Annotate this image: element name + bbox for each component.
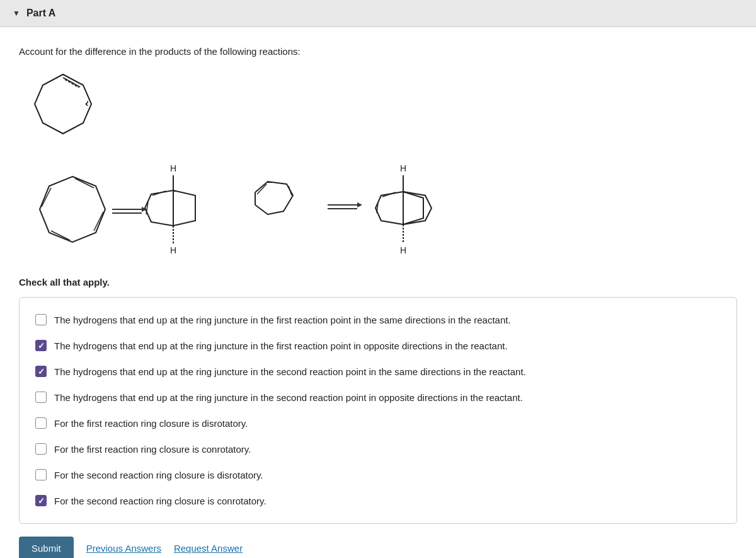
- reaction-diagram: [32, 69, 737, 139]
- option-label-2: The hydrogens that end up at the ring ju…: [54, 339, 508, 352]
- checkbox-2[interactable]: [35, 340, 48, 352]
- option-item-7: For the second reaction ring closure is …: [32, 462, 724, 488]
- checkbox-5[interactable]: [35, 417, 48, 430]
- part-title: Part A: [26, 8, 56, 19]
- svg-marker-31: [375, 192, 403, 224]
- svg-text:H: H: [170, 245, 176, 255]
- option-item-5: For the first reaction ring closure is d…: [32, 410, 724, 436]
- option-item-2: The hydrogens that end up at the ring ju…: [32, 333, 724, 359]
- checkbox-4[interactable]: [35, 392, 48, 404]
- reaction-svg: H H: [25, 158, 504, 259]
- svg-marker-0: [35, 74, 91, 134]
- svg-text:H: H: [400, 245, 406, 255]
- collapse-arrow[interactable]: ▼: [13, 9, 20, 18]
- options-box: The hydrogens that end up at the ring ju…: [19, 297, 737, 524]
- checkbox-3[interactable]: [35, 366, 48, 378]
- request-answer-link[interactable]: Request Answer: [174, 543, 243, 554]
- footer-bar: Submit Previous Answers Request Answer: [19, 537, 737, 558]
- checkbox-1[interactable]: [35, 314, 48, 327]
- option-label-7: For the second reaction ring closure is …: [54, 468, 263, 482]
- option-label-3: The hydrogens that end up at the ring ju…: [54, 365, 526, 378]
- svg-marker-5: [40, 177, 105, 242]
- svg-marker-20: [173, 190, 195, 226]
- option-item-8: For the second reaction ring closure is …: [32, 488, 724, 514]
- svg-line-3: [65, 79, 79, 88]
- svg-line-8: [51, 231, 70, 240]
- svg-text:H: H: [400, 163, 406, 173]
- svg-line-22: [289, 186, 292, 195]
- check-all-label: Check all that apply.: [19, 277, 737, 288]
- svg-text:H: H: [170, 163, 176, 173]
- svg-line-9: [42, 188, 51, 207]
- svg-marker-34: [403, 192, 423, 224]
- checkbox-7[interactable]: [35, 469, 48, 482]
- option-label-4: The hydrogens that end up at the ring ju…: [54, 391, 523, 404]
- main-content: Account for the difference in the produc…: [0, 27, 756, 558]
- molecule-1: [32, 69, 94, 139]
- svg-line-6: [75, 178, 94, 188]
- option-label-5: For the first reaction ring closure is d…: [54, 417, 248, 430]
- previous-answers-link[interactable]: Previous Answers: [86, 543, 161, 554]
- chemistry-diagram: H H: [25, 158, 737, 261]
- option-label-1: The hydrogens that end up at the ring ju…: [54, 313, 511, 327]
- option-item-4: The hydrogens that end up at the ring ju…: [32, 385, 724, 410]
- option-item-3: The hydrogens that end up at the ring ju…: [32, 359, 724, 385]
- question-text: Account for the difference in the produc…: [19, 46, 737, 57]
- option-item-6: For the first reaction ring closure is c…: [32, 436, 724, 462]
- option-label-6: For the first reaction ring closure is c…: [54, 443, 251, 456]
- svg-marker-17: [145, 190, 173, 226]
- svg-marker-25: [357, 202, 362, 207]
- option-label-8: For the second reaction ring closure is …: [54, 494, 266, 508]
- submit-button[interactable]: Submit: [19, 537, 74, 558]
- checkbox-8[interactable]: [35, 495, 48, 508]
- svg-line-7: [94, 212, 103, 231]
- part-header: ▼ Part A: [0, 0, 756, 27]
- checkbox-6[interactable]: [35, 443, 48, 456]
- option-item-1: The hydrogens that end up at the ring ju…: [32, 307, 724, 333]
